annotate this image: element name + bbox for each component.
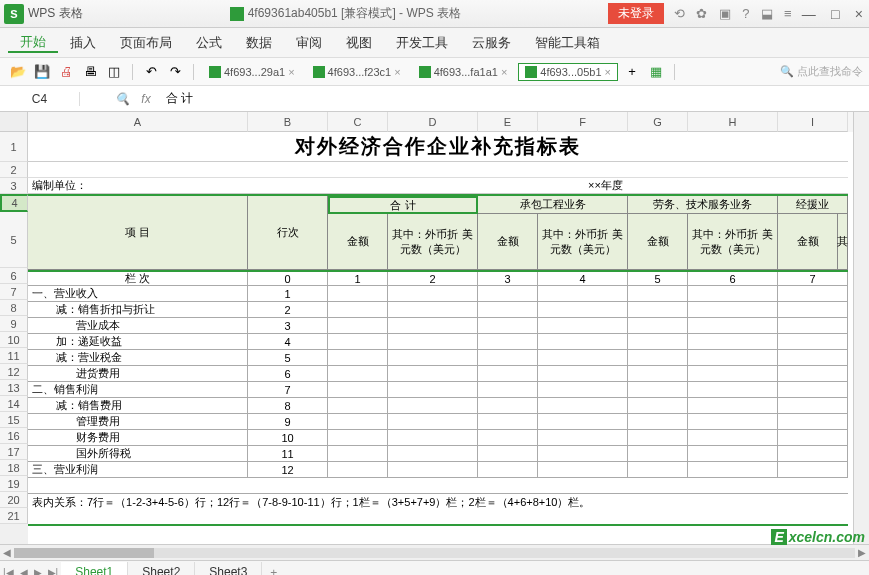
sheet-tab-Sheet3[interactable]: Sheet3 bbox=[195, 562, 262, 576]
menu-开发工具[interactable]: 开发工具 bbox=[384, 34, 460, 52]
close-tab-icon[interactable]: × bbox=[288, 66, 294, 78]
tab-menu-icon[interactable]: ▦ bbox=[647, 63, 665, 81]
col-header-I[interactable]: I bbox=[778, 112, 848, 132]
row-header-2[interactable]: 2 bbox=[0, 162, 28, 178]
tab-next-icon[interactable]: ▶ bbox=[31, 567, 45, 575]
close-button[interactable]: × bbox=[855, 6, 863, 22]
menu-智能工具箱[interactable]: 智能工具箱 bbox=[523, 34, 612, 52]
horizontal-scrollbar[interactable]: ◀ ▶ bbox=[0, 544, 869, 560]
row-header-3[interactable]: 3 bbox=[0, 178, 28, 194]
sync-icon[interactable]: ⟲ bbox=[674, 6, 685, 21]
col-header-H[interactable]: H bbox=[688, 112, 778, 132]
help-icon[interactable]: ? bbox=[742, 6, 749, 21]
maximize-button[interactable]: □ bbox=[831, 6, 839, 22]
login-button[interactable]: 未登录 bbox=[608, 3, 664, 24]
tab-first-icon[interactable]: |◀ bbox=[0, 567, 17, 575]
col-header-E[interactable]: E bbox=[478, 112, 538, 132]
grid[interactable]: ABCDEFGHI 对外经济合作企业补充指标表 编制单位： ××年度 项 目 行… bbox=[28, 112, 853, 544]
minimize-button[interactable]: — bbox=[802, 6, 816, 22]
col-header-G[interactable]: G bbox=[628, 112, 688, 132]
fx-icon[interactable]: fx bbox=[134, 92, 158, 106]
table-row: 营业成本3 bbox=[28, 318, 848, 334]
row-header-11[interactable]: 11 bbox=[0, 348, 28, 364]
doc-tab[interactable]: 4f693...05b1× bbox=[518, 63, 618, 81]
sheet-tab-Sheet1[interactable]: Sheet1 bbox=[61, 562, 128, 576]
vertical-scrollbar[interactable] bbox=[853, 112, 869, 544]
scroll-left-icon[interactable]: ◀ bbox=[0, 547, 14, 558]
col-header-A[interactable]: A bbox=[28, 112, 248, 132]
tab-prev-icon[interactable]: ◀ bbox=[17, 567, 31, 575]
preview-icon[interactable]: ◫ bbox=[105, 63, 123, 81]
row-header-20[interactable]: 20 bbox=[0, 492, 28, 508]
row-header-13[interactable]: 13 bbox=[0, 380, 28, 396]
menu-开始[interactable]: 开始 bbox=[8, 33, 58, 53]
row-header-1[interactable]: 1 bbox=[0, 132, 28, 162]
cell: 5 bbox=[628, 272, 688, 285]
menu-页面布局[interactable]: 页面布局 bbox=[108, 34, 184, 52]
formula-input[interactable]: 合 计 bbox=[158, 90, 869, 107]
row-header-8[interactable]: 8 bbox=[0, 300, 28, 316]
hdr-total: 合 计 bbox=[328, 196, 478, 214]
feedback-icon[interactable]: ⬓ bbox=[761, 6, 773, 21]
doc-tab[interactable]: 4f693...f23c1× bbox=[306, 63, 408, 81]
search-commands[interactable]: 🔍 点此查找命令 bbox=[780, 64, 863, 79]
row-header-7[interactable]: 7 bbox=[0, 284, 28, 300]
doc-tab[interactable]: 4f693...fa1a1× bbox=[412, 63, 515, 81]
doc-icon bbox=[419, 66, 431, 78]
row-header-5[interactable]: 5 bbox=[0, 212, 28, 268]
col-header-F[interactable]: F bbox=[538, 112, 628, 132]
row-header-21[interactable]: 21 bbox=[0, 508, 28, 524]
scroll-right-icon[interactable]: ▶ bbox=[855, 547, 869, 558]
export-icon[interactable]: 🖨 bbox=[57, 63, 75, 81]
open-icon[interactable]: 📂 bbox=[9, 63, 27, 81]
cell: 2 bbox=[388, 272, 478, 285]
tab-last-icon[interactable]: ▶| bbox=[45, 567, 62, 575]
row-header-16[interactable]: 16 bbox=[0, 428, 28, 444]
gear-icon[interactable]: ✿ bbox=[696, 6, 707, 21]
cancel-icon[interactable]: 🔍 bbox=[110, 92, 134, 106]
row-header-9[interactable]: 9 bbox=[0, 316, 28, 332]
scroll-track[interactable] bbox=[14, 548, 855, 558]
menu-审阅[interactable]: 审阅 bbox=[284, 34, 334, 52]
doc-tab[interactable]: 4f693...29a1× bbox=[202, 63, 302, 81]
col-header-B[interactable]: B bbox=[248, 112, 328, 132]
cell-item: 加：递延收益 bbox=[28, 334, 248, 349]
undo-icon[interactable]: ↶ bbox=[142, 63, 160, 81]
cell bbox=[628, 350, 688, 365]
save-icon[interactable]: 💾 bbox=[33, 63, 51, 81]
add-tab-button[interactable]: + bbox=[623, 63, 641, 81]
row-header-4[interactable]: 4 bbox=[0, 194, 28, 212]
cell bbox=[688, 318, 778, 333]
row-header-12[interactable]: 12 bbox=[0, 364, 28, 380]
menu-公式[interactable]: 公式 bbox=[184, 34, 234, 52]
select-all-corner[interactable] bbox=[0, 112, 28, 132]
menu-视图[interactable]: 视图 bbox=[334, 34, 384, 52]
print-icon[interactable]: 🖶 bbox=[81, 63, 99, 81]
cell-rownum: 8 bbox=[248, 398, 328, 413]
row-header-15[interactable]: 15 bbox=[0, 412, 28, 428]
add-sheet-button[interactable]: + bbox=[262, 566, 285, 576]
scroll-thumb[interactable] bbox=[14, 548, 154, 558]
menu-插入[interactable]: 插入 bbox=[58, 34, 108, 52]
menu-数据[interactable]: 数据 bbox=[234, 34, 284, 52]
menu-云服务[interactable]: 云服务 bbox=[460, 34, 523, 52]
redo-icon[interactable]: ↷ bbox=[166, 63, 184, 81]
cell-reference-box[interactable]: C4 bbox=[0, 92, 80, 106]
col-header-C[interactable]: C bbox=[328, 112, 388, 132]
row-header-19[interactable]: 19 bbox=[0, 476, 28, 492]
row-header-17[interactable]: 17 bbox=[0, 444, 28, 460]
cell bbox=[478, 382, 538, 397]
skin-icon[interactable]: ▣ bbox=[719, 6, 731, 21]
cell bbox=[388, 398, 478, 413]
close-tab-icon[interactable]: × bbox=[501, 66, 507, 78]
close-tab-icon[interactable]: × bbox=[605, 66, 611, 78]
row-header-18[interactable]: 18 bbox=[0, 460, 28, 476]
cell bbox=[328, 414, 388, 429]
row-header-6[interactable]: 6 bbox=[0, 268, 28, 284]
col-header-D[interactable]: D bbox=[388, 112, 478, 132]
row-header-14[interactable]: 14 bbox=[0, 396, 28, 412]
collapse-icon[interactable]: ≡ bbox=[784, 6, 792, 21]
close-tab-icon[interactable]: × bbox=[394, 66, 400, 78]
row-header-10[interactable]: 10 bbox=[0, 332, 28, 348]
sheet-tab-Sheet2[interactable]: Sheet2 bbox=[128, 562, 195, 576]
